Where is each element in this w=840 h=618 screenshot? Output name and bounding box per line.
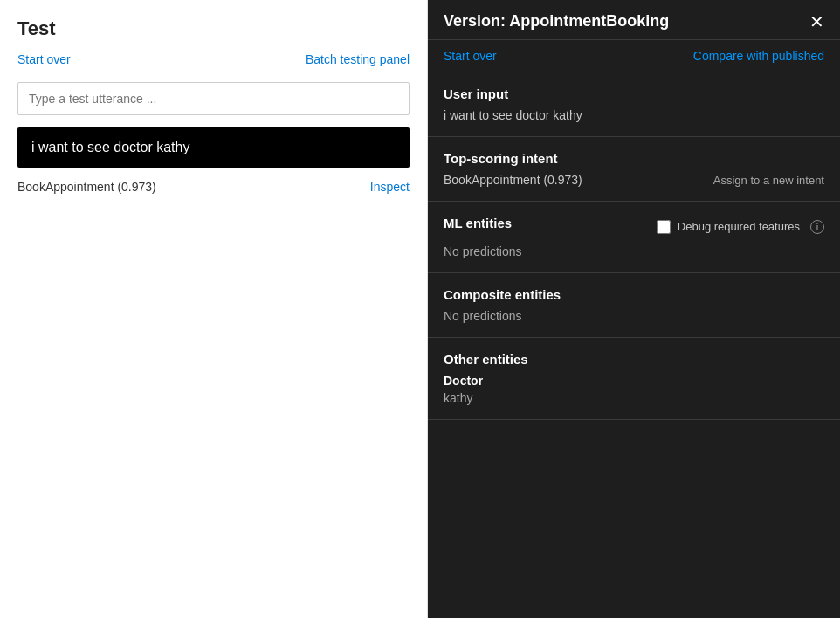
user-input-section: User input i want to see doctor kathy bbox=[428, 72, 840, 137]
compare-published-link[interactable]: Compare with published bbox=[693, 49, 824, 63]
links-row: Start over Batch testing panel bbox=[17, 52, 410, 66]
debug-checkbox[interactable] bbox=[657, 220, 671, 234]
other-entities-section: Other entities Doctor kathy bbox=[428, 338, 840, 420]
close-button[interactable]: ✕ bbox=[809, 13, 824, 31]
top-intent-section: Top-scoring intent BookAppointment (0.97… bbox=[428, 137, 840, 202]
page-title: Test bbox=[17, 17, 410, 40]
ml-entities-section: ML entities Debug required features i No… bbox=[428, 202, 840, 273]
right-panel-nav: Start over Compare with published bbox=[428, 40, 840, 72]
entity-doctor-name: Doctor bbox=[444, 374, 824, 388]
top-intent-row: BookAppointment (0.973) Assign to a new … bbox=[444, 173, 824, 187]
right-panel-header: Version: AppointmentBooking ✕ bbox=[428, 0, 840, 40]
debug-label: Debug required features bbox=[678, 220, 800, 233]
result-row: BookAppointment (0.973) Inspect bbox=[17, 178, 410, 196]
left-panel: Test Start over Batch testing panel i wa… bbox=[0, 0, 428, 618]
ml-no-predictions: No predictions bbox=[444, 244, 824, 258]
ml-entities-label: ML entities bbox=[444, 216, 512, 230]
info-icon[interactable]: i bbox=[810, 220, 824, 234]
right-start-over-link[interactable]: Start over bbox=[444, 49, 497, 63]
assign-intent-link[interactable]: Assign to a new intent bbox=[713, 174, 824, 187]
entity-doctor-value: kathy bbox=[444, 391, 824, 405]
user-input-value: i want to see doctor kathy bbox=[444, 108, 824, 122]
intent-label: BookAppointment (0.973) bbox=[17, 180, 156, 194]
debug-checkbox-area: Debug required features i bbox=[657, 220, 824, 234]
composite-entities-label: Composite entities bbox=[444, 287, 824, 302]
ml-entities-header: ML entities Debug required features i bbox=[444, 216, 824, 237]
test-utterance-input[interactable] bbox=[17, 82, 410, 115]
inspect-link[interactable]: Inspect bbox=[370, 180, 410, 194]
composite-no-predictions: No predictions bbox=[444, 309, 824, 323]
version-title: Version: AppointmentBooking bbox=[444, 12, 669, 31]
user-input-label: User input bbox=[444, 86, 824, 101]
right-panel: Version: AppointmentBooking ✕ Start over… bbox=[428, 0, 840, 618]
start-over-link[interactable]: Start over bbox=[17, 52, 71, 66]
composite-entities-section: Composite entities No predictions bbox=[428, 273, 840, 338]
other-entities-label: Other entities bbox=[444, 352, 824, 367]
top-intent-label: Top-scoring intent bbox=[444, 151, 824, 166]
utterance-bar: i want to see doctor kathy bbox=[17, 127, 410, 168]
top-intent-value: BookAppointment (0.973) bbox=[444, 173, 582, 187]
batch-testing-link[interactable]: Batch testing panel bbox=[306, 52, 410, 66]
